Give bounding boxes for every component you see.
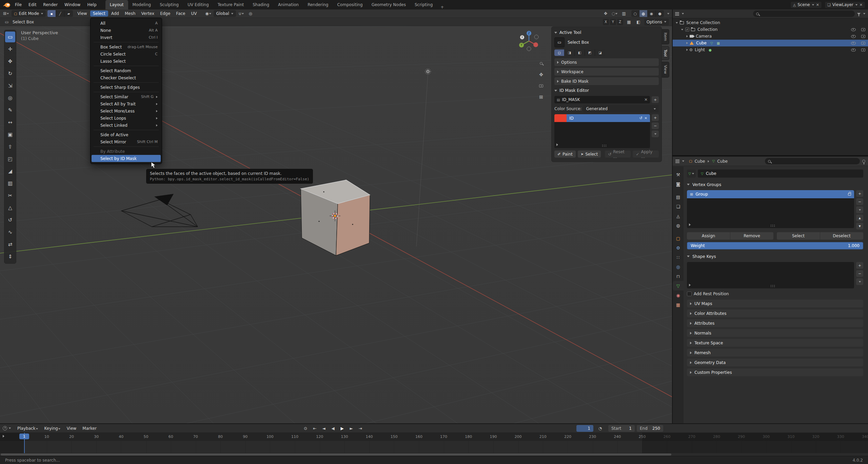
menu-item-select-sharp-edges[interactable]: Select Sharp Edges	[92, 84, 161, 91]
proportional-options-icon[interactable]: ◧	[635, 19, 642, 25]
navigation-gizmo[interactable]: Z Y X	[516, 28, 542, 54]
hide-in-viewport-icon[interactable]	[851, 48, 856, 52]
gizmos-toggle-icon[interactable]: ✥	[602, 10, 609, 17]
panel-header-remesh[interactable]: Remesh	[687, 349, 863, 357]
list-expander-icon[interactable]	[556, 143, 558, 146]
viewport-menu-vertex[interactable]: Vertex	[139, 11, 157, 17]
auto-keying-icon[interactable]: ◔	[596, 425, 604, 432]
disable-in-render-icon[interactable]	[861, 28, 865, 31]
close-icon[interactable]: ✕	[644, 97, 648, 102]
move-tool[interactable]: ✥	[5, 56, 15, 67]
render-tab[interactable]: ◙	[673, 179, 684, 189]
camera-object[interactable]	[121, 194, 198, 227]
output-tab[interactable]: ▤	[673, 192, 684, 202]
mode-extend-button[interactable]: ◨	[565, 49, 575, 56]
outliner-search-input[interactable]	[753, 11, 855, 17]
panel-header-workspace[interactable]: Workspace	[554, 68, 659, 76]
refresh-icon[interactable]: ↺	[639, 116, 642, 120]
editor-type-icon[interactable]: ⊞	[2, 10, 10, 17]
edge-slide-tool[interactable]: ⇄	[5, 239, 15, 250]
object-tab[interactable]: ▢	[673, 234, 684, 243]
pivot-point-dropdown[interactable]: ◉	[204, 10, 212, 17]
measure-tool[interactable]: ↔	[5, 117, 15, 128]
menu-item-circle-select[interactable]: Circle SelectC	[92, 51, 161, 58]
panel-header-normals[interactable]: Normals	[687, 329, 863, 337]
play-button[interactable]: ▶	[338, 425, 346, 432]
bevel-tool[interactable]: ◢	[5, 166, 15, 177]
weight-slider[interactable]: Weight 1.000	[687, 242, 863, 249]
panel-header-uv-maps[interactable]: UV Maps	[687, 300, 863, 307]
workspace-tab-layout[interactable]: Layout	[105, 0, 128, 9]
mode-subtract-button[interactable]: ◧	[575, 49, 585, 56]
add-mask-item-button[interactable]: +	[652, 114, 659, 121]
timeline-menu-marker[interactable]: Marker	[80, 425, 99, 431]
add-shape-key-button[interactable]: +	[856, 262, 863, 269]
knife-tool[interactable]: ✂	[5, 190, 15, 201]
annotate-tool[interactable]: ✎	[5, 105, 15, 116]
add-cube-tool[interactable]: ▣	[5, 129, 15, 140]
add-rest-position-checkbox[interactable]	[687, 291, 692, 296]
sidebar-tab-item[interactable]: Item	[662, 29, 669, 44]
smooth-tool[interactable]: ∿	[5, 227, 15, 238]
proportional-editing-icon[interactable]: ◎	[247, 10, 254, 17]
menu-render[interactable]: Render	[40, 1, 61, 8]
list-expander-icon[interactable]	[689, 284, 691, 286]
light-object[interactable]	[416, 69, 431, 246]
viewport-menu-view[interactable]: View	[75, 11, 90, 17]
rotate-tool[interactable]: ↻	[5, 68, 15, 79]
toggle-orthographic-icon[interactable]: ⊞	[538, 94, 545, 100]
properties-search-input[interactable]	[765, 158, 860, 164]
menu-item-select-all-by-trait[interactable]: Select All by Trait	[92, 100, 161, 107]
vertex-select-button[interactable]: ▪	[47, 10, 56, 17]
playhead-frame-chip[interactable]: 1	[19, 433, 29, 439]
menu-item-select-linked[interactable]: Select Linked	[92, 122, 161, 129]
extrude-region-tool[interactable]: ⇧	[5, 141, 15, 152]
frame-start-field[interactable]: Start1	[608, 425, 635, 432]
mirror-y-toggle[interactable]: Y	[610, 19, 616, 25]
menu-item-invert[interactable]: InvertCtrl I	[92, 34, 161, 41]
panel-header-geometry-data[interactable]: Geometry Data	[687, 359, 863, 366]
id-mask-editor-header[interactable]: ID Mask Editor	[554, 87, 659, 94]
snap-magnet-icon[interactable]: ∪	[238, 10, 245, 17]
outliner-row-light[interactable]: Light●	[673, 46, 868, 53]
list-resize-grip[interactable]	[771, 225, 771, 225]
expander-icon[interactable]	[676, 22, 678, 23]
expander-icon[interactable]	[681, 29, 683, 30]
paint-button[interactable]: ✐ Paint	[554, 150, 576, 158]
remove-viewlayer-icon[interactable]: ✕	[860, 3, 863, 7]
workspace-tab-sculpting[interactable]: Sculpting	[155, 0, 183, 9]
expander-icon[interactable]	[687, 42, 688, 44]
editor-type-icon[interactable]	[675, 12, 679, 13]
menu-window[interactable]: Window	[61, 1, 84, 8]
workspace-tab-modeling[interactable]: Modeling	[128, 0, 156, 9]
remove-button[interactable]: Remove	[730, 232, 773, 240]
workspace-tab-geometry-nodes[interactable]: Geometry Nodes	[367, 0, 410, 9]
select-box-tool-icon[interactable]: ▭	[554, 37, 565, 47]
camera-view-icon[interactable]	[538, 82, 545, 89]
material-shading-button[interactable]: ◉	[648, 10, 656, 17]
apply-button[interactable]: ✓ Apply ...	[633, 150, 659, 158]
view-layer-tab[interactable]: ❏	[673, 202, 684, 211]
frame-end-field[interactable]: End250	[637, 425, 663, 432]
outliner-row-scene-collection[interactable]: Scene Collection	[673, 19, 868, 26]
list-resize-grip[interactable]	[602, 145, 603, 145]
new-id-mask-button[interactable]: +	[652, 96, 659, 103]
loop-cut-tool[interactable]: ▥	[5, 178, 15, 189]
scene-tab[interactable]: ◬	[673, 211, 684, 221]
outliner-row-collection[interactable]: ✓Collection	[673, 26, 868, 33]
disable-in-render-icon[interactable]	[861, 35, 865, 38]
editor-type-icon[interactable]	[675, 160, 679, 160]
select-box-tool[interactable]: ▭	[5, 32, 15, 42]
viewport-menu-uv[interactable]: UV	[188, 11, 199, 17]
expander-icon[interactable]	[687, 49, 688, 51]
shape-key-specials-button[interactable]	[856, 278, 863, 285]
add-workspace-button[interactable]: +	[437, 5, 447, 9]
workspace-tab-animation[interactable]: Animation	[274, 0, 303, 9]
shading-options-icon[interactable]	[667, 13, 669, 14]
remove-shape-key-button[interactable]: −	[856, 270, 863, 277]
disable-in-render-icon[interactable]	[861, 42, 865, 45]
workspace-tab-shading[interactable]: Shading	[248, 0, 274, 9]
sidebar-tab-tool[interactable]: Tool	[662, 46, 669, 60]
play-reverse-button[interactable]: ◀	[329, 425, 337, 432]
color-source-dropdown[interactable]: Generated	[583, 105, 659, 113]
